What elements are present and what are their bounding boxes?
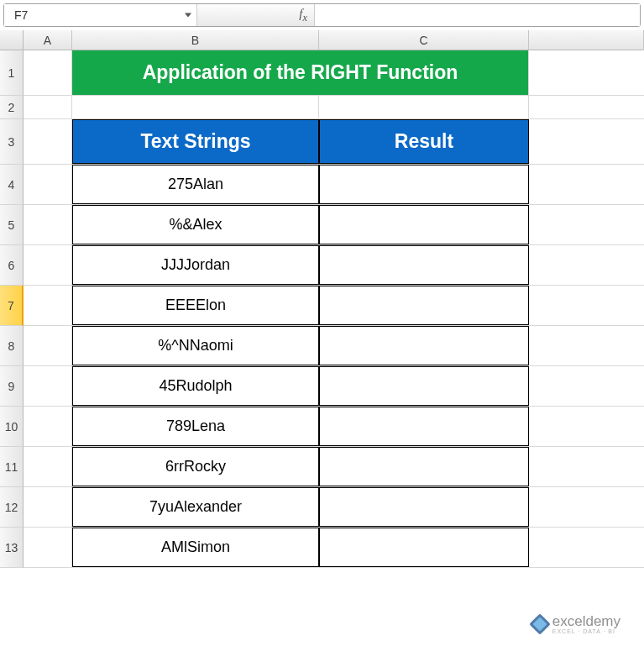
watermark-icon <box>529 613 550 634</box>
cell-text-4[interactable]: 275Alan <box>72 165 319 204</box>
column-header-a[interactable]: A <box>24 30 72 50</box>
cell-a7[interactable] <box>24 286 72 325</box>
watermark-main: exceldemy <box>552 614 620 628</box>
cell-text-9[interactable]: 45Rudolph <box>72 366 319 406</box>
watermark: exceldemy EXCEL · DATA · BI <box>532 614 620 634</box>
cell-b2[interactable] <box>72 96 319 118</box>
select-all-corner[interactable] <box>0 30 24 50</box>
cell-a8[interactable] <box>24 326 72 365</box>
name-box[interactable]: F7 <box>4 4 197 26</box>
column-header-c[interactable]: C <box>319 30 529 50</box>
cell-text-13[interactable]: AMlSimon <box>72 528 319 567</box>
cell-a9[interactable] <box>24 366 72 406</box>
cell-result-13[interactable] <box>319 528 529 567</box>
cell-text-10[interactable]: 789Lena <box>72 407 319 446</box>
column-header-extra <box>529 30 644 50</box>
cell-a4[interactable] <box>24 165 72 204</box>
cell-text-11[interactable]: 6rrRocky <box>72 447 319 486</box>
name-box-value: F7 <box>14 8 28 22</box>
cell-result-4[interactable] <box>319 165 529 204</box>
cell-a2[interactable] <box>24 96 72 118</box>
cells-area[interactable]: Application of the RIGHT FunctionText St… <box>24 50 644 568</box>
header-result[interactable]: Result <box>319 119 529 164</box>
sheet-area: 12345678910111213 ABC Application of the… <box>0 30 644 646</box>
cell-a6[interactable] <box>24 245 72 285</box>
column-header-b[interactable]: B <box>72 30 319 50</box>
row-header-2[interactable]: 2 <box>0 96 24 119</box>
formula-input[interactable] <box>315 4 640 26</box>
cell-result-6[interactable] <box>319 245 529 285</box>
name-box-dropdown-icon[interactable] <box>185 13 191 18</box>
cell-text-12[interactable]: 7yuAlexander <box>72 487 319 527</box>
cell-result-5[interactable] <box>319 205 529 244</box>
cell-text-6[interactable]: JJJJordan <box>72 245 319 285</box>
cell-a11[interactable] <box>24 447 72 486</box>
cell-text-7[interactable]: EEEElon <box>72 286 319 325</box>
cell-result-10[interactable] <box>319 407 529 446</box>
row-headers: 12345678910111213 <box>0 50 24 568</box>
row-header-6[interactable]: 6 <box>0 245 24 286</box>
cell-a13[interactable] <box>24 528 72 567</box>
row-header-13[interactable]: 13 <box>0 528 24 568</box>
cell-a3[interactable] <box>24 119 72 164</box>
row-header-10[interactable]: 10 <box>0 407 24 447</box>
row-header-9[interactable]: 9 <box>0 366 24 407</box>
formula-buttons: fx <box>197 4 315 26</box>
cell-a10[interactable] <box>24 407 72 446</box>
watermark-text: exceldemy EXCEL · DATA · BI <box>552 614 620 634</box>
cell-a12[interactable] <box>24 487 72 527</box>
cell-text-5[interactable]: %&Alex <box>72 205 319 244</box>
title-cell[interactable]: Application of the RIGHT Function <box>72 50 529 95</box>
column-headers: ABC <box>24 30 644 50</box>
row-header-7[interactable]: 7 <box>0 286 24 326</box>
cell-text-8[interactable]: %^NNaomi <box>72 326 319 365</box>
fx-icon[interactable]: fx <box>299 7 307 24</box>
row-header-1[interactable]: 1 <box>0 50 24 96</box>
cell-result-9[interactable] <box>319 366 529 406</box>
formula-bar: F7 fx <box>3 3 641 27</box>
cell-c2[interactable] <box>319 96 529 118</box>
watermark-sub: EXCEL · DATA · BI <box>552 628 620 634</box>
cell-result-8[interactable] <box>319 326 529 365</box>
cell-a1[interactable] <box>24 50 72 95</box>
header-text-strings[interactable]: Text Strings <box>72 119 319 164</box>
cell-result-7[interactable] <box>319 286 529 325</box>
grid: ABC Application of the RIGHT FunctionTex… <box>24 30 644 646</box>
left-gutter: 12345678910111213 <box>0 30 24 646</box>
row-header-12[interactable]: 12 <box>0 487 24 528</box>
cell-a5[interactable] <box>24 205 72 244</box>
row-header-8[interactable]: 8 <box>0 326 24 366</box>
cell-result-11[interactable] <box>319 447 529 486</box>
row-header-11[interactable]: 11 <box>0 447 24 487</box>
row-header-5[interactable]: 5 <box>0 205 24 245</box>
row-header-3[interactable]: 3 <box>0 119 24 165</box>
cell-result-12[interactable] <box>319 487 529 527</box>
row-header-4[interactable]: 4 <box>0 165 24 205</box>
